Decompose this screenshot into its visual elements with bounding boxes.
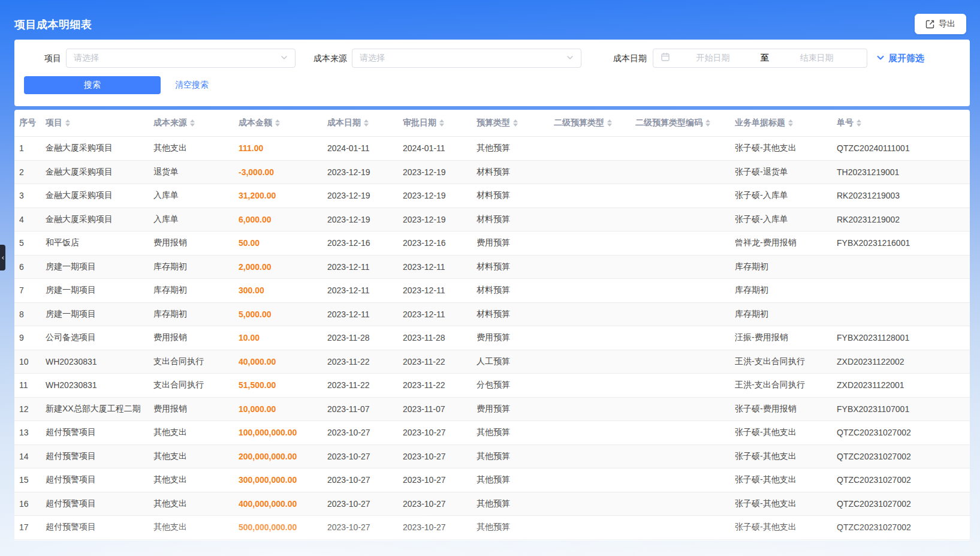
table-row: 6房建一期项目库存期初2,000.002023-12-112023-12-11材… [14, 256, 970, 279]
table-row: 10WH20230831支出合同执行40,000.002023-11-22202… [14, 350, 970, 374]
column-header-sub-budget-code[interactable]: 二级预算类型编码 [635, 118, 735, 128]
cell-cost-date: 2023-10-27 [327, 452, 403, 461]
sort-icon[interactable] [513, 119, 518, 127]
table-row: 15超付预警项目其他支出300,000,000.002023-10-272023… [14, 468, 970, 492]
table-row: 17超付预警项目其他支出500,000,000.002023-10-272023… [14, 516, 970, 540]
column-header-cost-amount[interactable]: 成本金额 [239, 118, 327, 128]
export-button[interactable]: 导出 [915, 14, 966, 34]
cell-approval-date: 2023-12-19 [403, 191, 477, 200]
column-header-doc-title[interactable]: 业务单据标题 [735, 118, 837, 128]
cell-doc-no: FYBX20231216001 [837, 238, 970, 248]
cell-doc-title: 张子硕-其他支出 [735, 474, 837, 485]
table-row: 16超付预警项目其他支出400,000,000.002023-10-272023… [14, 492, 970, 516]
sort-icon[interactable] [439, 119, 444, 127]
cell-project: 金融大厦采购项目 [46, 143, 153, 154]
drawer-handle[interactable] [0, 245, 5, 271]
cell-index: 10 [14, 357, 46, 366]
cell-index: 6 [14, 262, 46, 272]
table-row: 8房建一期项目库存期初5,000.002023-12-112023-12-11材… [14, 303, 970, 327]
cell-cost-source: 库存期初 [153, 285, 239, 296]
cell-cost-amount: 51,500.00 [239, 380, 327, 390]
cell-approval-date: 2023-12-19 [403, 167, 477, 177]
cell-cost-amount: -3,000.00 [239, 167, 327, 177]
cell-cost-source: 费用报销 [153, 404, 239, 414]
cell-budget-type: 材料预算 [477, 309, 554, 320]
cell-doc-no: QTZC20231027002 [837, 522, 970, 532]
cell-doc-no: TH20231219001 [837, 167, 970, 177]
search-button[interactable]: 搜索 [24, 76, 161, 94]
column-header-doc-no[interactable]: 单号 [837, 118, 970, 128]
cell-project: 和平饭店 [46, 238, 153, 248]
column-label: 预算类型 [477, 118, 510, 128]
cell-doc-title: 张子硕-其他支出 [735, 451, 837, 462]
cell-cost-date: 2023-12-19 [327, 167, 403, 177]
cell-cost-amount: 50.00 [239, 238, 327, 248]
cell-doc-title: 库存期初 [735, 262, 837, 272]
cell-cost-amount: 10,000.00 [239, 404, 327, 414]
sort-icon[interactable] [857, 119, 861, 127]
cell-index: 2 [14, 167, 46, 177]
cell-index: 3 [14, 191, 46, 200]
cell-cost-date: 2023-10-27 [327, 522, 403, 532]
cell-budget-type: 其他预算 [477, 498, 554, 509]
column-header-project[interactable]: 项目 [46, 118, 153, 128]
column-label: 二级预算类型编码 [635, 118, 702, 128]
cell-cost-source: 其他支出 [153, 474, 239, 485]
cell-project: 超付预警项目 [46, 427, 153, 438]
cell-doc-no: QTZC20240111001 [837, 143, 970, 153]
cell-cost-source: 费用报销 [153, 238, 239, 248]
sort-icon[interactable] [705, 119, 710, 127]
cost-date-filter-label: 成本日期 [613, 49, 647, 68]
column-label: 项目 [46, 118, 62, 128]
clear-search-link[interactable]: 清空搜索 [175, 76, 209, 94]
cell-budget-type: 材料预算 [477, 285, 554, 296]
sort-icon[interactable] [275, 119, 280, 127]
cell-cost-date: 2023-12-11 [327, 262, 403, 272]
cost-date-range-input[interactable]: 开始日期 至 结束日期 [653, 49, 867, 68]
cell-budget-type: 材料预算 [477, 214, 554, 225]
cell-cost-date: 2023-10-27 [327, 499, 403, 509]
cell-cost-amount: 6,000.00 [239, 215, 327, 224]
cell-project: 房建一期项目 [46, 262, 153, 272]
cell-project: 金融大厦采购项目 [46, 190, 153, 201]
cell-cost-source: 库存期初 [153, 309, 239, 320]
cell-project: 房建一期项目 [46, 285, 153, 296]
column-header-cost-source[interactable]: 成本来源 [153, 118, 239, 128]
cell-budget-type: 其他预算 [477, 474, 554, 485]
cell-index: 13 [14, 428, 46, 437]
cell-doc-no: QTZC20231027002 [837, 475, 970, 485]
column-header-sub-budget-type[interactable]: 二级预算类型 [554, 118, 635, 128]
column-label: 审批日期 [403, 118, 436, 128]
sort-icon[interactable] [190, 119, 195, 127]
sort-icon[interactable] [788, 119, 793, 127]
end-date-input[interactable]: 结束日期 [774, 53, 860, 64]
cell-cost-amount: 5,000.00 [239, 309, 327, 319]
cell-doc-no: ZXD20231122001 [837, 380, 970, 390]
cell-cost-source: 其他支出 [153, 498, 239, 509]
cell-cost-date: 2023-11-22 [327, 357, 403, 366]
cell-approval-date: 2023-11-28 [403, 333, 477, 342]
chevron-down-icon [566, 53, 574, 64]
cell-doc-title: 张子硕-入库单 [735, 190, 837, 201]
table-row: 9公司备选项目费用报销10.002023-11-282023-11-28费用预算… [14, 326, 970, 350]
cell-approval-date: 2023-12-11 [403, 309, 477, 319]
cell-index: 7 [14, 285, 46, 295]
column-header-budget-type[interactable]: 预算类型 [477, 118, 554, 128]
column-header-approval-date[interactable]: 审批日期 [403, 118, 477, 128]
cell-doc-no: QTZC20231027002 [837, 452, 970, 461]
cell-budget-type: 费用预算 [477, 404, 554, 414]
project-select[interactable]: 请选择 [66, 49, 295, 68]
cell-cost-source: 支出合同执行 [153, 356, 239, 367]
column-header-cost-date[interactable]: 成本日期 [327, 118, 403, 128]
sort-icon[interactable] [65, 119, 70, 127]
cell-doc-title: 曾祥龙-费用报销 [735, 238, 837, 248]
start-date-input[interactable]: 开始日期 [670, 53, 756, 64]
expand-filters-link[interactable]: 展开筛选 [876, 49, 924, 68]
cell-doc-title: 张子硕-入库单 [735, 214, 837, 225]
sort-icon[interactable] [607, 119, 612, 127]
calendar-icon [661, 52, 670, 64]
cost-source-select-placeholder: 请选择 [360, 53, 566, 64]
cost-source-select[interactable]: 请选择 [352, 49, 581, 68]
table-row: 13超付预警项目其他支出100,000,000.002023-10-272023… [14, 421, 970, 445]
sort-icon[interactable] [364, 119, 369, 127]
